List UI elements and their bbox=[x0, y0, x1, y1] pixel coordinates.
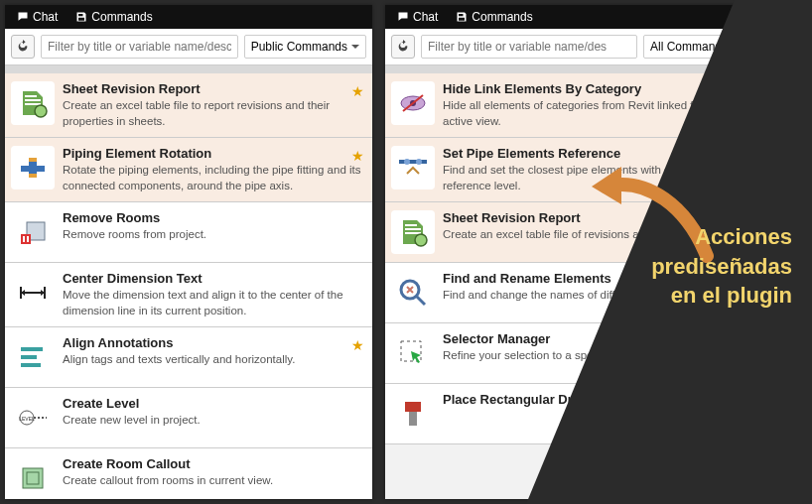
command-item[interactable]: Center Dimension Text Move the dimension… bbox=[5, 263, 372, 327]
command-title: Hide Link Elements By Category bbox=[443, 81, 744, 96]
command-title: Center Dimension Text bbox=[63, 271, 364, 286]
star-icon[interactable]: ★ bbox=[351, 337, 364, 353]
remove-rooms-icon bbox=[11, 210, 55, 254]
command-title: Set Pipe Elements Reference bbox=[443, 146, 744, 161]
refresh-button[interactable] bbox=[391, 35, 415, 59]
svg-rect-2 bbox=[21, 234, 31, 244]
command-item[interactable]: Remove Rooms Remove rooms from project. bbox=[5, 202, 372, 263]
tab-commands-label: Commands bbox=[472, 10, 532, 24]
selector-manager-icon bbox=[391, 331, 435, 375]
hide-link-icon bbox=[391, 81, 435, 125]
filterbar: All Commands bbox=[385, 29, 752, 65]
command-item[interactable]: Align Annotations Align tags and texts v… bbox=[5, 327, 372, 388]
save-icon bbox=[456, 11, 468, 23]
star-icon[interactable]: ★ bbox=[351, 148, 364, 164]
svg-line-21 bbox=[417, 297, 425, 305]
command-desc: Refine your selection to a specified set… bbox=[443, 348, 744, 364]
align-annotations-icon bbox=[11, 335, 55, 379]
room-callout-icon bbox=[11, 456, 55, 499]
annotation-line: en el plugin bbox=[671, 283, 792, 308]
refresh-icon bbox=[396, 40, 410, 54]
center-dimension-icon bbox=[11, 271, 55, 315]
pipe-reference-icon bbox=[391, 146, 435, 189]
star-icon[interactable]: ★ bbox=[351, 83, 364, 99]
command-desc: Align tags and texts vertically and hori… bbox=[63, 352, 364, 368]
sheet-report-icon bbox=[11, 81, 55, 125]
tab-chat[interactable]: Chat bbox=[9, 7, 66, 27]
list-spacer bbox=[5, 65, 372, 73]
svg-rect-24 bbox=[409, 412, 417, 426]
chat-icon bbox=[17, 11, 29, 23]
command-item[interactable]: Hide Link Elements By Category Hide all … bbox=[385, 73, 752, 138]
svg-rect-23 bbox=[405, 402, 421, 412]
annotation-line: Acciones bbox=[695, 224, 792, 249]
command-item[interactable]: Piping Element Rotation Rotate the pipin… bbox=[5, 138, 372, 202]
command-title: Selector Manager bbox=[443, 331, 744, 346]
command-title: Place Rectangular Ducts at Walls bbox=[443, 392, 744, 407]
command-desc: Find and set the closest pipe elements w… bbox=[443, 163, 744, 193]
pipe-rotation-icon bbox=[11, 146, 55, 189]
tab-commands-label: Commands bbox=[91, 10, 152, 24]
command-title: Create Level bbox=[63, 396, 364, 411]
command-desc: Create callout from rooms in current vie… bbox=[63, 473, 364, 489]
tab-chat[interactable]: Chat bbox=[389, 7, 446, 27]
command-item[interactable]: Selector Manager Refine your selection t… bbox=[385, 323, 752, 384]
command-item[interactable]: Create Room Callout Create callout from … bbox=[5, 448, 372, 499]
command-title: Align Annotations bbox=[63, 335, 364, 350]
find-rename-icon bbox=[391, 271, 435, 315]
command-item[interactable]: LEVEL Create Level Create new level in p… bbox=[5, 388, 372, 448]
command-list: Sheet Revision Report Create an excel ta… bbox=[5, 73, 372, 499]
svg-point-0 bbox=[35, 105, 47, 117]
svg-rect-11 bbox=[23, 468, 43, 488]
tab-chat-label: Chat bbox=[413, 10, 438, 24]
svg-point-18 bbox=[416, 159, 422, 165]
create-level-icon: LEVEL bbox=[11, 396, 55, 440]
command-title: Sheet Revision Report bbox=[63, 81, 364, 96]
svg-point-17 bbox=[404, 159, 410, 165]
filter-input[interactable] bbox=[41, 35, 238, 59]
refresh-icon bbox=[16, 40, 30, 54]
command-item[interactable]: Sheet Revision Report Create an excel ta… bbox=[5, 73, 372, 138]
annotation-line: prediseñadas bbox=[651, 254, 792, 279]
tab-commands[interactable]: Commands bbox=[448, 7, 540, 27]
svg-point-19 bbox=[415, 234, 427, 246]
sheet-report-icon bbox=[391, 210, 435, 254]
svg-rect-4 bbox=[27, 236, 29, 242]
scope-select-label: Public Commands bbox=[251, 40, 347, 54]
scope-select[interactable]: All Commands bbox=[643, 35, 746, 59]
command-title: Piping Element Rotation bbox=[63, 146, 364, 161]
chat-icon bbox=[397, 11, 409, 23]
scope-select[interactable]: Public Commands bbox=[244, 35, 366, 59]
svg-rect-5 bbox=[21, 347, 43, 351]
command-item[interactable]: Place Rectangular Ducts at Walls bbox=[385, 384, 752, 444]
filterbar: Public Commands bbox=[5, 29, 372, 65]
scope-select-label: All Commands bbox=[650, 40, 728, 54]
tabbar: Chat Commands bbox=[385, 5, 752, 29]
annotation-text: Acciones prediseñadas en el plugin bbox=[623, 222, 792, 311]
list-spacer bbox=[385, 65, 752, 73]
svg-rect-6 bbox=[21, 355, 37, 359]
command-desc: Rotate the piping elements, including th… bbox=[63, 163, 364, 193]
save-icon bbox=[75, 11, 87, 23]
command-desc: Remove rooms from project. bbox=[63, 227, 364, 243]
command-desc: Move the dimension text and align it to … bbox=[63, 288, 364, 318]
svg-rect-7 bbox=[21, 363, 41, 367]
filter-input[interactable] bbox=[421, 35, 637, 59]
tab-commands[interactable]: Commands bbox=[68, 7, 160, 27]
command-item[interactable]: Set Pipe Elements Reference Find and set… bbox=[385, 138, 752, 202]
command-desc: Create an excel table file to report rev… bbox=[63, 98, 364, 129]
panel-left: Chat Commands Public Commands Sheet Revi… bbox=[5, 5, 372, 499]
refresh-button[interactable] bbox=[11, 35, 35, 59]
command-title: Remove Rooms bbox=[63, 210, 364, 225]
command-desc: Hide all elements of categories from Rev… bbox=[443, 98, 744, 129]
place-ducts-icon bbox=[391, 392, 435, 436]
tab-chat-label: Chat bbox=[33, 10, 58, 24]
command-desc: Create new level in project. bbox=[63, 413, 364, 429]
svg-rect-3 bbox=[23, 236, 25, 242]
tabbar: Chat Commands bbox=[5, 5, 372, 29]
svg-text:LEVEL: LEVEL bbox=[19, 416, 35, 422]
command-title: Create Room Callout bbox=[63, 456, 364, 471]
